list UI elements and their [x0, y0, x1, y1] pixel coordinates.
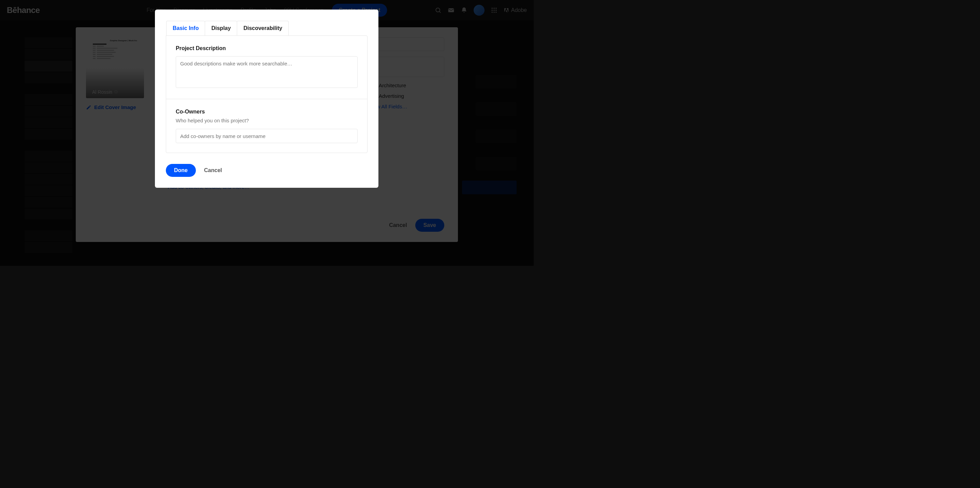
- section-coowners: Co-Owners Who helped you on this project…: [166, 99, 367, 153]
- description-textarea[interactable]: [176, 56, 358, 88]
- basic-info-modal: Basic Info Display Discoverability Proje…: [155, 10, 379, 188]
- coowners-label: Co-Owners: [176, 109, 358, 115]
- description-label: Project Description: [176, 45, 358, 51]
- cancel-button[interactable]: Cancel: [204, 167, 222, 173]
- section-description: Project Description: [166, 36, 367, 99]
- modal-tabs: Basic Info Display Discoverability: [166, 21, 379, 35]
- coowners-hint: Who helped you on this project?: [176, 117, 358, 124]
- modal-footer: Done Cancel: [155, 153, 379, 188]
- tab-display[interactable]: Display: [205, 21, 237, 35]
- done-button[interactable]: Done: [166, 164, 196, 177]
- coowners-input[interactable]: [176, 129, 358, 143]
- modal-body: Project Description Co-Owners Who helped…: [166, 35, 368, 153]
- tab-discoverability[interactable]: Discoverability: [237, 21, 289, 35]
- tab-basic-info[interactable]: Basic Info: [166, 21, 205, 35]
